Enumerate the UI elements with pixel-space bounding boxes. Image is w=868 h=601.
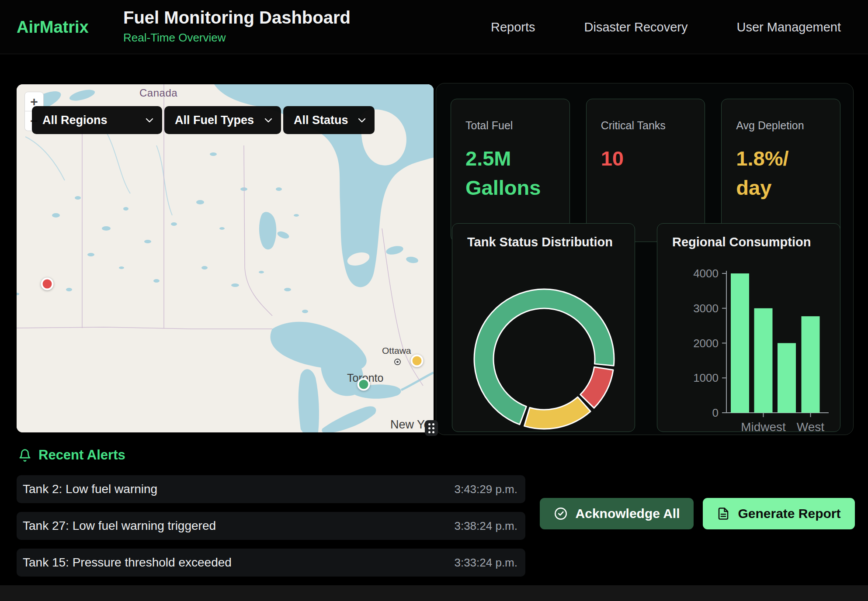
map-label-canada: Canada xyxy=(139,87,177,99)
x-tick-label: Midwest xyxy=(741,420,786,432)
kpi-value: 1.8%/day xyxy=(736,144,828,202)
regions-filter-label: All Regions xyxy=(42,114,108,127)
bar-west[interactable] xyxy=(802,316,820,413)
file-text-icon xyxy=(717,507,730,521)
kpi-card-critical-tanks: Critical Tanks10 xyxy=(586,99,705,242)
nav-user-management[interactable]: User Management xyxy=(736,20,841,35)
bar-midwest[interactable] xyxy=(754,308,773,413)
kpi-value-line: Gallons xyxy=(465,173,557,203)
y-tick-label: 0 xyxy=(712,406,719,419)
y-tick-label: 2000 xyxy=(693,337,719,350)
kpi-label: Total Fuel xyxy=(465,119,557,132)
chevron-down-icon xyxy=(358,118,366,123)
map[interactable]: Canada Ottawa Toronto New York + − All R… xyxy=(17,84,434,432)
alerts-title: Recent Alerts xyxy=(38,447,125,463)
page-subtitle: Real-Time Overview xyxy=(123,31,351,45)
y-tick-label: 1000 xyxy=(693,371,719,384)
ottawa-city-dot-icon xyxy=(394,359,401,365)
nav-disaster-recovery[interactable]: Disaster Recovery xyxy=(584,20,688,35)
kpi-value-line: 10 xyxy=(601,144,693,173)
status-filter-label: All Status xyxy=(294,114,348,127)
title-block: Fuel Monitoring Dashboard Real-Time Over… xyxy=(123,8,351,45)
kpi-row: Total Fuel2.5MGallonsCritical Tanks10Avg… xyxy=(451,99,840,242)
metrics-panel: Total Fuel2.5MGallonsCritical Tanks10Avg… xyxy=(436,83,854,435)
tank-marker-critical[interactable] xyxy=(41,278,54,290)
bar-chart-title: Regional Consumption xyxy=(672,235,811,249)
bar-region-3[interactable] xyxy=(778,343,796,413)
bell-icon xyxy=(18,448,31,462)
generate-report-label: Generate Report xyxy=(738,506,840,521)
brand-logo: AirMatrix xyxy=(17,18,89,37)
alerts-header: Recent Alerts xyxy=(18,447,125,463)
kpi-label: Avg Depletion xyxy=(736,119,828,132)
bar-region-1[interactable] xyxy=(731,273,749,413)
x-tick-label: West xyxy=(797,420,824,432)
kpi-card-total-fuel: Total Fuel2.5MGallons xyxy=(451,99,570,242)
kpi-card-avg-depletion: Avg Depletion1.8%/day xyxy=(721,99,840,242)
donut-segment-yellow[interactable] xyxy=(524,397,590,429)
donut-segment-red[interactable] xyxy=(580,367,613,408)
donut-chart-title: Tank Status Distribution xyxy=(467,235,613,249)
alert-text: Tank 27: Low fuel warning triggered xyxy=(23,519,216,533)
drag-handle[interactable] xyxy=(425,420,438,436)
kpi-value-line: 2.5M xyxy=(465,144,557,173)
kpi-label: Critical Tanks xyxy=(601,119,693,132)
alert-timestamp: 3:43:29 p.m. xyxy=(454,483,517,496)
alert-row[interactable]: Tank 2: Low fuel warning3:43:29 p.m. xyxy=(17,475,525,503)
alert-row[interactable]: Tank 15: Pressure threshold exceeded3:33… xyxy=(17,549,525,577)
y-tick-label: 3000 xyxy=(693,302,719,315)
nav-reports[interactable]: Reports xyxy=(491,20,535,35)
top-nav: Reports Disaster Recovery User Managemen… xyxy=(491,0,841,54)
tank-status-card: Tank Status Distribution xyxy=(452,223,635,432)
fuel-types-filter-label: All Fuel Types xyxy=(175,114,254,127)
kpi-value-line: 1.8%/ xyxy=(736,144,828,173)
tank-status-donut-chart xyxy=(452,224,635,432)
kpi-value: 2.5MGallons xyxy=(465,144,557,202)
fuel-monitoring-dashboard: AirMatrix Fuel Monitoring Dashboard Real… xyxy=(0,0,868,601)
tank-marker-normal[interactable] xyxy=(358,378,370,391)
header: AirMatrix Fuel Monitoring Dashboard Real… xyxy=(0,0,868,54)
page-title: Fuel Monitoring Dashboard xyxy=(123,8,351,28)
chevron-down-icon xyxy=(146,118,153,123)
generate-report-button[interactable]: Generate Report xyxy=(703,498,855,529)
map-label-ottawa: Ottawa xyxy=(382,345,411,356)
status-filter-dropdown[interactable]: All Status xyxy=(283,106,375,134)
kpi-value: 10 xyxy=(601,144,693,173)
kpi-value-line: day xyxy=(736,173,828,203)
map-filters: All Regions All Fuel Types All Status xyxy=(32,106,375,134)
alert-text: Tank 2: Low fuel warning xyxy=(23,482,157,496)
alert-timestamp: 3:38:24 p.m. xyxy=(454,519,517,533)
acknowledge-all-button[interactable]: Acknowledge All xyxy=(540,498,694,529)
tank-marker-warning[interactable] xyxy=(411,355,424,367)
acknowledge-all-label: Acknowledge All xyxy=(576,506,680,521)
regional-consumption-card: Regional Consumption 01000200030004000Mi… xyxy=(657,223,840,432)
footer-band xyxy=(0,585,868,601)
fuel-types-filter-dropdown[interactable]: All Fuel Types xyxy=(164,106,281,134)
regional-consumption-bar-chart: 01000200030004000MidwestWest xyxy=(657,224,840,432)
alert-text: Tank 15: Pressure threshold exceeded xyxy=(23,556,232,570)
alert-row[interactable]: Tank 27: Low fuel warning triggered3:38:… xyxy=(17,512,525,540)
alert-timestamp: 3:33:24 p.m. xyxy=(454,556,517,570)
check-circle-icon xyxy=(554,507,568,521)
regions-filter-dropdown[interactable]: All Regions xyxy=(32,106,162,134)
y-tick-label: 4000 xyxy=(693,267,719,280)
chevron-down-icon xyxy=(264,118,272,123)
